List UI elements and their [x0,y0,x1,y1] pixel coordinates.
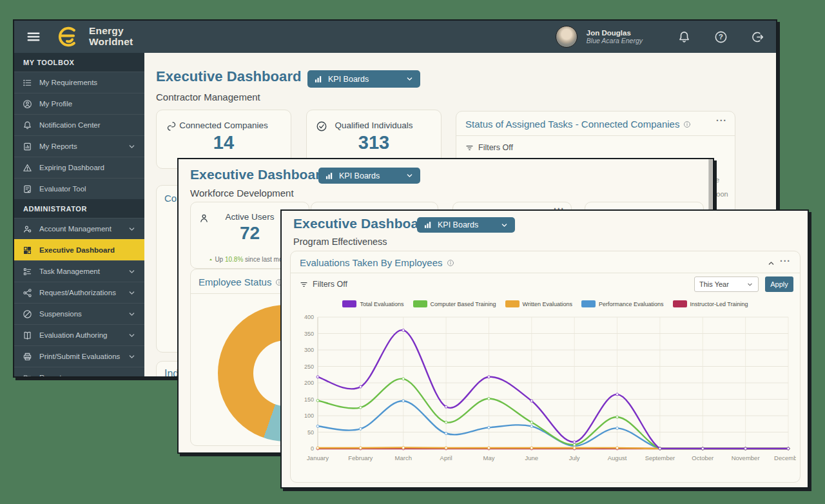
chevron-down-icon [128,353,136,361]
sidebar-item-expiring-dashboard[interactable]: Expiring Dashboard [14,157,144,178]
svg-text:200: 200 [304,380,314,386]
svg-text:February: February [348,454,373,461]
chevron-down-icon [405,75,414,83]
info-icon[interactable] [683,121,691,128]
sidebar-item-label: Executive Dashboard [39,246,115,254]
legend-item-computer-based-training: Computer Based Training [413,300,496,307]
warning-triangle-icon [23,163,32,173]
user-name: Jon Douglas [587,29,643,37]
legend-item-written-evaluations: Written Evaluations [505,300,572,307]
svg-text:December: December [774,454,796,461]
sidebar-item-label: My Profile [39,100,72,108]
legend-swatch [505,300,519,307]
sidebar-item-notification-center[interactable]: Notification Center [14,114,144,135]
svg-text:300: 300 [304,347,314,353]
sidebar-item-evaluation-authoring[interactable]: Evaluation Authoring [14,324,144,345]
collapse-icon[interactable] [767,259,775,267]
svg-text:July: July [569,454,580,461]
ellipsis-menu-icon[interactable]: ··· [780,256,791,266]
svg-text:400: 400 [304,314,314,320]
evaluations-card-title: Evaluations Taken By Employees [300,257,443,268]
user-avatar[interactable] [556,26,578,48]
help-icon[interactable]: ? [714,30,728,44]
svg-text:150: 150 [304,396,314,403]
year-filter-select[interactable]: This Year [694,276,759,292]
chevron-down-icon [128,289,136,297]
filters-off[interactable]: Filters Off [465,143,513,152]
legend-swatch [673,300,687,307]
notification-bell-icon [23,121,32,130]
energy-worldnet-logo [55,24,80,49]
sidebar-item-suspensions[interactable]: Suspensions [14,303,144,324]
filters-off[interactable]: Filters Off [300,280,347,289]
svg-text:March: March [395,454,412,461]
sidebar-item-executive-dashboard[interactable]: Executive Dashboard [14,239,144,260]
sidebar-item-request-authorizations[interactable]: Request/Authorizations [14,282,144,303]
reports-doc-icon [23,142,32,151]
sidebar-item-reports[interactable]: Reports [14,367,144,378]
logout-icon[interactable] [751,30,764,44]
apply-button[interactable]: Apply [765,276,793,292]
legend-label: Performance Evaluations [599,301,664,307]
sidebar-item-account-management[interactable]: Account Management [14,218,144,239]
info-icon[interactable] [447,259,454,267]
page-subtitle: Workforce Development [190,188,294,199]
link-icon [166,121,177,132]
kpi-boards-dropdown[interactable]: KPI Boards [417,217,515,233]
sidebar: MY TOOLBOXMy RequirementsMy ProfileNotif… [14,53,144,378]
svg-text:November: November [732,454,760,461]
filter-icon [465,144,474,152]
chart-legend: Total EvaluationsComputer Based Training… [291,300,800,307]
chevron-down-icon [128,374,136,378]
dashboard-grid-icon [23,246,32,255]
kpi-boards-dropdown[interactable]: KPI Boards [318,168,420,184]
chevron-down-icon [128,310,136,318]
sidebar-item-my-requirements[interactable]: My Requirements [14,72,144,93]
sidebar-item-task-management[interactable]: Task Management [14,260,144,282]
sidebar-item-label: Expiring Dashboard [39,164,104,171]
notifications-bell-icon[interactable] [677,30,691,44]
sidebar-item-print-submit-evaluations[interactable]: Print/Submit Evaluations [14,345,144,367]
suspension-icon [23,309,32,319]
svg-text:250: 250 [304,363,314,370]
filters-off-label: Filters Off [313,280,347,289]
profile-icon [23,99,32,109]
check-circle-icon [316,121,327,132]
kpi-boards-label: KPI Boards [328,75,369,84]
ellipsis-menu-icon[interactable]: ··· [716,115,727,126]
kpi-bars-icon [423,220,432,229]
app-header: Energy Worldnet Jon Douglas Blue Acara E… [14,21,776,53]
task-management-icon [23,267,32,276]
kpi-bars-icon [314,75,323,84]
person-icon [199,213,209,224]
legend-label: Total Evaluations [360,301,403,307]
printer-icon [23,352,32,362]
sidebar-item-label: Suspensions [39,310,82,318]
card-title-row: Employee Status [199,276,283,287]
page-title: Executive Dashboard [293,216,432,231]
svg-text:?: ? [719,33,723,41]
chevron-down-icon [405,171,414,180]
hamburger-menu-icon[interactable] [26,29,41,44]
card-title-row: Evaluations Taken By Employees [300,257,454,268]
sidebar-item-my-profile[interactable]: My Profile [14,93,144,114]
svg-text:100: 100 [304,412,314,419]
sidebar-item-label: Notification Center [39,121,101,129]
legend-item-instructor-led-training: Instructor-Led Training [673,300,748,307]
brand-line1: Energy [89,26,133,37]
brand-name: Energy Worldnet [89,26,133,47]
sidebar-section-title: MY TOOLBOX [14,53,144,72]
legend-label: Written Evaluations [523,301,572,307]
legend-swatch [413,300,427,307]
sidebar-item-my-reports[interactable]: My Reports [14,135,144,157]
sidebar-item-evaluator-tool[interactable]: Evaluator Tool [14,178,144,199]
kpi-boards-label: KPI Boards [438,220,478,229]
chevron-down-icon [746,281,753,288]
user-company: Blue Acara Energy [587,37,643,44]
user-info: Jon Douglas Blue Acara Energy [587,29,643,44]
kpi-boards-dropdown[interactable]: KPI Boards [307,70,420,88]
legend-item-total-evaluations: Total Evaluations [342,300,403,307]
svg-text:50: 50 [307,429,314,436]
trend-value: 10.8% [225,256,243,263]
svg-text:0: 0 [311,445,314,452]
